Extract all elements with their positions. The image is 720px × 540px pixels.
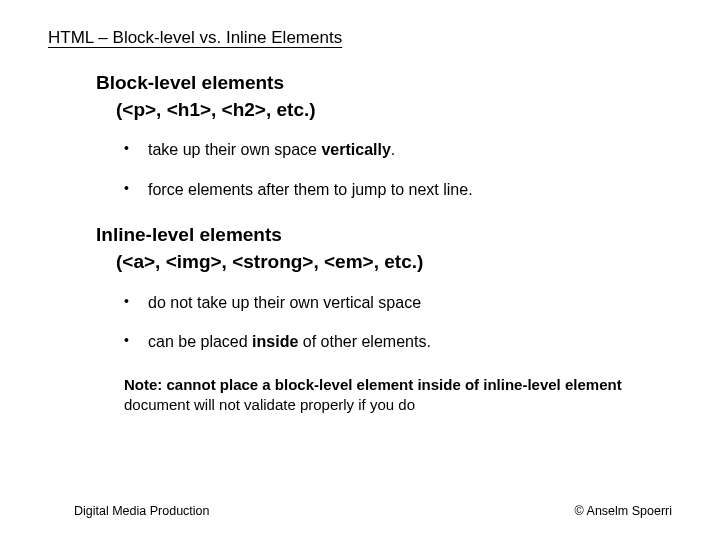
footer-right: © Anselm Spoerri <box>575 504 672 518</box>
bullet-text: force elements after them to jump to nex… <box>148 181 473 198</box>
slide-title: HTML – Block-level vs. Inline Elements <box>48 28 672 48</box>
inline-bullets: do not take up their own vertical space … <box>96 292 672 353</box>
bullet-post: . <box>391 141 395 158</box>
bullet-text: can be placed <box>148 333 252 350</box>
inline-heading-line1: Inline-level elements <box>96 224 282 245</box>
inline-heading-line2: (<a>, <img>, <strong>, <em>, etc.) <box>96 249 672 276</box>
slide-content: Block-level elements (<p>, <h1>, <h2>, e… <box>48 70 672 415</box>
block-heading: Block-level elements (<p>, <h1>, <h2>, e… <box>96 70 672 123</box>
bullet-text: do not take up their own vertical space <box>148 294 421 311</box>
note: Note: cannot place a block-level element… <box>96 375 672 416</box>
bullet-post: of other elements. <box>298 333 431 350</box>
inline-heading: Inline-level elements (<a>, <img>, <stro… <box>96 222 672 275</box>
block-bullets: take up their own space vertically. forc… <box>96 139 672 200</box>
list-item: force elements after them to jump to nex… <box>124 179 672 201</box>
block-heading-line1: Block-level elements <box>96 72 284 93</box>
note-body: cannot place a block-level element insid… <box>167 376 622 393</box>
footer-left: Digital Media Production <box>74 504 210 518</box>
list-item: take up their own space vertically. <box>124 139 672 161</box>
block-heading-line2: (<p>, <h1>, <h2>, etc.) <box>96 97 672 124</box>
bullet-bold: vertically <box>321 141 390 158</box>
note-main: Note: cannot place a block-level element… <box>124 376 622 393</box>
note-prefix: Note: <box>124 376 167 393</box>
list-item: can be placed inside of other elements. <box>124 331 672 353</box>
list-item: do not take up their own vertical space <box>124 292 672 314</box>
bullet-text: take up their own space <box>148 141 321 158</box>
bullet-bold: inside <box>252 333 298 350</box>
note-sub: document will not validate properly if y… <box>124 396 415 413</box>
footer: Digital Media Production © Anselm Spoerr… <box>0 504 720 518</box>
